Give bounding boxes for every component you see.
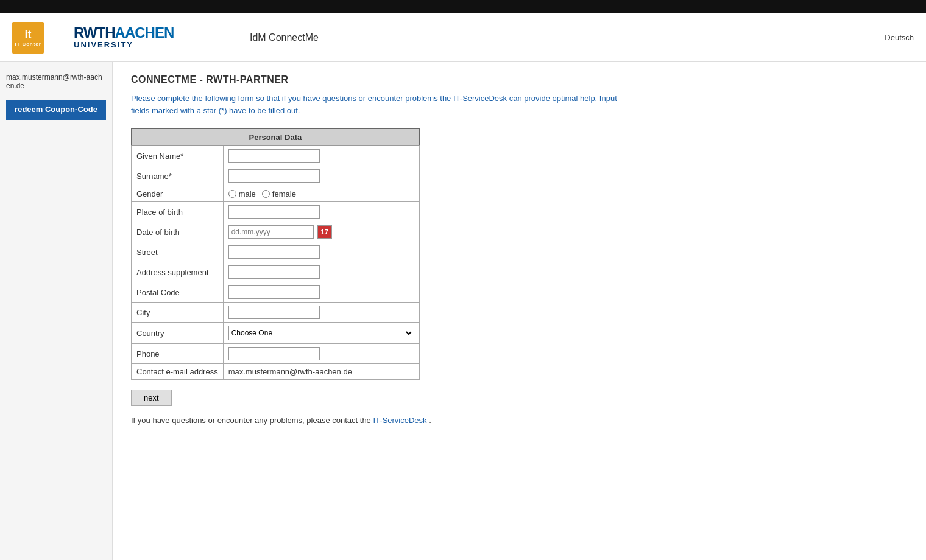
sidebar-user-email: max.mustermann@rwth-aachen.de — [0, 68, 112, 95]
top-bar-left — [0, 0, 40, 13]
gender-male-label[interactable]: male — [228, 189, 256, 198]
it-center-logo: it IT Center — [12, 22, 44, 54]
postal-code-cell — [223, 282, 419, 303]
gender-female-radio[interactable] — [262, 190, 270, 198]
given-name-label: Given Name* — [132, 146, 224, 166]
header: it IT Center RWTHAACHEN UNIVERSITY IdM C… — [0, 13, 926, 62]
gender-row: Gender male female — [132, 186, 420, 202]
address-supplement-label: Address supplement — [132, 262, 224, 282]
main-content: CONNECTME - RWTH-PARTNER Please complete… — [113, 62, 926, 560]
city-label: City — [132, 303, 224, 323]
logo-separator — [58, 19, 58, 56]
given-name-input[interactable] — [228, 149, 320, 163]
app-name: IdM ConnectMe — [231, 32, 885, 43]
rwth-logo-line1: RWTHAACHEN — [74, 26, 174, 40]
gender-male-radio[interactable] — [228, 190, 236, 198]
contact-email-label: Contact e-mail address — [132, 364, 224, 380]
page-description: Please complete the following form so th… — [131, 93, 618, 116]
place-of-birth-input[interactable] — [228, 205, 320, 219]
street-input[interactable] — [228, 245, 320, 259]
gender-female-label[interactable]: female — [262, 189, 296, 198]
city-input[interactable] — [228, 306, 320, 319]
place-of-birth-row: Place of birth — [132, 202, 420, 222]
phone-label: Phone — [132, 344, 224, 364]
it-logo-text: it — [25, 29, 32, 41]
country-row: Country Choose One — [132, 323, 420, 344]
country-cell: Choose One — [223, 323, 419, 344]
address-supplement-input[interactable] — [228, 265, 320, 279]
date-of-birth-input[interactable] — [228, 225, 314, 239]
contact-email-cell: max.mustermann@rwth-aachen.de — [223, 364, 419, 380]
page-layout: max.mustermann@rwth-aachen.de redeem Cou… — [0, 62, 926, 560]
city-cell — [223, 303, 419, 323]
contact-email-value: max.mustermann@rwth-aachen.de — [228, 367, 352, 376]
footer-text: If you have questions or encounter any p… — [131, 416, 908, 425]
top-bar — [0, 0, 926, 13]
city-row: City — [132, 303, 420, 323]
page-title: CONNECTME - RWTH-PARTNER — [131, 74, 908, 85]
gender-male-text: male — [239, 189, 256, 198]
logo-area: it IT Center RWTHAACHEN UNIVERSITY — [0, 13, 231, 61]
address-supplement-cell — [223, 262, 419, 282]
date-of-birth-cell: 17 — [223, 222, 419, 242]
place-of-birth-cell — [223, 202, 419, 222]
country-label: Country — [132, 323, 224, 344]
date-of-birth-label: Date of birth — [132, 222, 224, 242]
it-servicedesk-link[interactable]: IT-ServiceDesk — [373, 416, 426, 425]
gender-radio-group: male female — [228, 189, 414, 198]
rwth-logo-line2: UNIVERSITY — [74, 40, 174, 49]
contact-email-row: Contact e-mail address max.mustermann@rw… — [132, 364, 420, 380]
postal-code-row: Postal Code — [132, 282, 420, 303]
rwth-logo: RWTHAACHEN UNIVERSITY — [74, 26, 174, 49]
top-bar-right — [40, 0, 926, 13]
street-cell — [223, 242, 419, 262]
sidebar: max.mustermann@rwth-aachen.de redeem Cou… — [0, 62, 113, 560]
given-name-row: Given Name* — [132, 146, 420, 166]
surname-label: Surname* — [132, 166, 224, 186]
it-logo-subtitle: IT Center — [15, 41, 41, 47]
surname-row: Surname* — [132, 166, 420, 186]
postal-code-input[interactable] — [228, 285, 320, 299]
calendar-icon[interactable]: 17 — [317, 225, 332, 239]
street-label: Street — [132, 242, 224, 262]
form-section-title: Personal Data — [132, 129, 420, 146]
street-row: Street — [132, 242, 420, 262]
country-select[interactable]: Choose One — [228, 326, 414, 340]
postal-code-label: Postal Code — [132, 282, 224, 303]
footer-text-after: . — [429, 416, 431, 425]
phone-row: Phone — [132, 344, 420, 364]
surname-input[interactable] — [228, 169, 320, 183]
date-of-birth-row: Date of birth 17 — [132, 222, 420, 242]
place-of-birth-label: Place of birth — [132, 202, 224, 222]
dob-input-group: 17 — [228, 225, 414, 239]
gender-label: Gender — [132, 186, 224, 202]
redeem-coupon-button[interactable]: redeem Coupon-Code — [6, 100, 106, 120]
phone-input[interactable] — [228, 347, 320, 360]
given-name-cell — [223, 146, 419, 166]
gender-cell: male female — [223, 186, 419, 202]
phone-cell — [223, 344, 419, 364]
language-selector[interactable]: Deutsch — [885, 33, 926, 42]
personal-data-form: Personal Data Given Name* Surname* — [131, 128, 420, 380]
gender-female-text: female — [272, 189, 296, 198]
next-button[interactable]: next — [131, 390, 172, 406]
footer-text-before: If you have questions or encounter any p… — [131, 416, 373, 425]
surname-cell — [223, 166, 419, 186]
address-supplement-row: Address supplement — [132, 262, 420, 282]
